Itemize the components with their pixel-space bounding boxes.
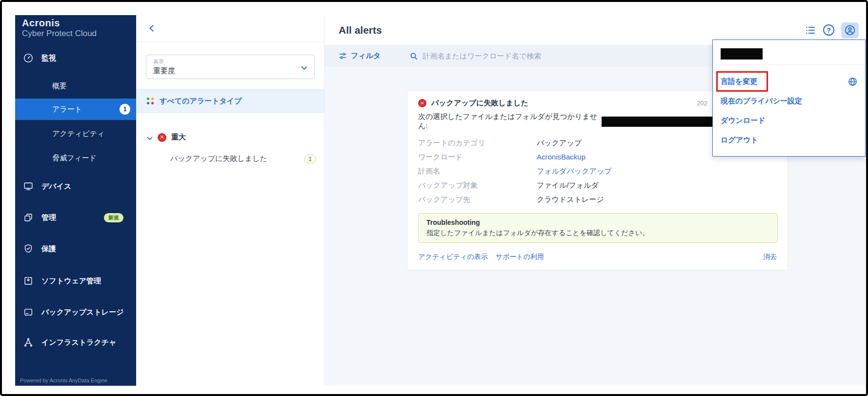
sidebar-item-label: 保護 xyxy=(41,244,56,254)
detail-value: クラウドストレージ xyxy=(537,195,777,204)
account-button[interactable] xyxy=(841,22,859,38)
sidebar-item-label: 監視 xyxy=(41,54,56,63)
account-icon xyxy=(844,24,856,36)
sidebar-item-overview[interactable]: 概要 xyxy=(15,79,136,93)
menu-item-label: 言語を変更 xyxy=(721,77,757,86)
sidebar-item-monitoring[interactable]: 監視 xyxy=(15,51,136,65)
redacted-user-name xyxy=(721,48,763,59)
critical-error-icon: ✕ xyxy=(158,133,166,142)
brand-line1: Acronis xyxy=(22,18,97,29)
sidebar-item-label: 管理 xyxy=(41,213,56,222)
filter-label: フィルタ xyxy=(351,51,381,60)
powered-by-text: Powered by Acronis AnyData Engine xyxy=(20,377,107,383)
clear-alert-link[interactable]: 消去 xyxy=(763,253,777,261)
brand-line2: Cyber Protect Cloud xyxy=(22,29,97,39)
search-box xyxy=(410,52,598,60)
sidebar-item-threat-feed[interactable]: 脅威フィード xyxy=(15,151,136,165)
plan-name-link[interactable]: フォルダバックアップ xyxy=(537,167,777,176)
select-value: 重要度 xyxy=(153,66,307,76)
sidebar-item-label: アラート xyxy=(52,105,82,114)
menu-item-label: ログアウト xyxy=(721,136,758,145)
sidebar-item-label: ソフトウェア管理 xyxy=(41,277,101,286)
alert-timestamp: 202 xyxy=(697,99,707,107)
detail-value: ファイル/フォルダ xyxy=(537,181,777,190)
all-alert-types-row[interactable]: すべてのアラートタイプ xyxy=(136,89,324,113)
troubleshooting-title: Troubleshooting xyxy=(426,218,769,226)
alert-title: バックアップに失敗しました xyxy=(431,99,528,108)
alert-message: 次の選択したファイルまたはフォルダが見つかりません: xyxy=(418,112,598,131)
sidebar-item-label: バックアップストレージ xyxy=(41,308,124,317)
show-activities-link[interactable]: アクティビティの表示 xyxy=(418,253,488,261)
menu-item-change-language[interactable]: 言語を変更 xyxy=(713,72,865,91)
software-box-icon xyxy=(23,276,34,286)
menu-item-privacy-settings[interactable]: 現在のプライバシー設定 xyxy=(713,91,865,111)
new-badge: 新規 xyxy=(104,213,123,222)
alert-types-dots-icon xyxy=(147,98,154,104)
alert-card-footer: アクティビティの表示 サポートの利用 消去 xyxy=(418,253,777,261)
get-support-link[interactable]: サポートの利用 xyxy=(496,253,544,261)
account-menu-header xyxy=(713,40,865,65)
storage-drive-icon xyxy=(23,307,34,317)
sidebar-item-activities[interactable]: アクティビティ xyxy=(15,127,136,140)
view-by-select[interactable]: 表示 重要度 xyxy=(146,55,315,79)
sidebar-item-infrastructure[interactable]: インフラストラクチャ xyxy=(15,336,136,349)
detail-label: ワークロード xyxy=(418,153,537,162)
detail-label: 計画名 xyxy=(418,167,537,176)
page-title: All alerts xyxy=(339,24,382,36)
sliders-filter-icon xyxy=(339,52,347,60)
menu-item-label: 現在のプライバシー設定 xyxy=(721,97,802,106)
sidebar-item-devices[interactable]: デバイス xyxy=(15,179,136,193)
alert-type-count-badge: 1 xyxy=(304,155,316,163)
chevron-down-icon[interactable] xyxy=(147,135,153,140)
search-icon xyxy=(410,52,418,60)
account-menu-items: 言語を変更 現在のプライバシー設定 ダウンロード ログアウト xyxy=(713,65,865,150)
severity-group-label: 重大 xyxy=(171,133,186,142)
sidebar-item-label: インフラストラクチャ xyxy=(41,338,117,347)
monitor-icon xyxy=(23,181,34,192)
sidebar-item-software-management[interactable]: ソフトウェア管理 xyxy=(15,274,136,288)
search-input[interactable] xyxy=(423,52,598,60)
alerts-count-badge: 1 xyxy=(120,104,130,115)
sidebar-item-protection[interactable]: 保護 xyxy=(15,242,136,256)
app-window: Acronis Cyber Protect Cloud 監視 概要 アラート 1… xyxy=(0,0,868,396)
help-icon[interactable]: ? xyxy=(823,24,834,36)
chevron-down-icon xyxy=(301,64,307,71)
menu-item-label: ダウンロード xyxy=(721,116,766,125)
layers-icon xyxy=(23,212,34,223)
gauge-icon xyxy=(23,53,34,63)
detail-label: バックアップ対象 xyxy=(418,181,537,190)
brand-logo: Acronis Cyber Protect Cloud xyxy=(22,18,97,39)
shield-check-icon xyxy=(23,243,34,254)
select-label: 表示 xyxy=(153,58,307,65)
troubleshooting-box: Troubleshooting 指定したファイルまたはフォルダが存在することを確… xyxy=(418,213,778,243)
detail-label: バックアップ先 xyxy=(418,195,537,204)
account-dropdown-menu: 言語を変更 現在のプライバシー設定 ダウンロード ログアウト xyxy=(712,40,866,157)
menu-item-logout[interactable]: ログアウト xyxy=(713,130,865,150)
alerts-filter-panel: 表示 重要度 すべてのアラートタイプ ✕ 重大 バックアップに失敗しました 1 xyxy=(136,15,324,386)
menu-item-downloads[interactable]: ダウンロード xyxy=(713,111,865,130)
severity-group-critical[interactable]: ✕ 重大 xyxy=(147,133,186,142)
collapse-panel-button[interactable] xyxy=(148,25,155,32)
detail-label: アラートのカテゴリ xyxy=(418,139,537,148)
sidebar-item-backup-storage[interactable]: バックアップストレージ xyxy=(15,305,136,319)
error-icon: ✕ xyxy=(418,99,426,107)
sidebar-item-label: 概要 xyxy=(52,81,67,91)
sidebar-item-label: アクティビティ xyxy=(52,129,104,139)
globe-icon xyxy=(848,77,857,86)
troubleshooting-text: 指定したファイルまたはフォルダが存在することを確認してください。 xyxy=(426,229,769,238)
filter-button[interactable]: フィルタ xyxy=(339,51,381,60)
list-icon[interactable] xyxy=(805,24,816,36)
sidebar-item-alerts[interactable]: アラート 1 xyxy=(15,99,136,120)
alert-type-item-backup-failed[interactable]: バックアップに失敗しました 1 xyxy=(170,154,316,163)
sidebar: Acronis Cyber Protect Cloud 監視 概要 アラート 1… xyxy=(15,15,136,386)
header-icons: ? xyxy=(805,22,859,38)
sidebar-item-label: デバイス xyxy=(41,182,71,191)
all-alert-types-label: すべてのアラートタイプ xyxy=(160,97,242,106)
sidebar-item-management[interactable]: 管理 新規 xyxy=(15,211,136,224)
infrastructure-icon xyxy=(23,337,34,348)
sidebar-item-label: 脅威フィード xyxy=(52,154,97,163)
alert-type-label: バックアップに失敗しました xyxy=(170,154,267,163)
panel-header xyxy=(136,15,324,42)
